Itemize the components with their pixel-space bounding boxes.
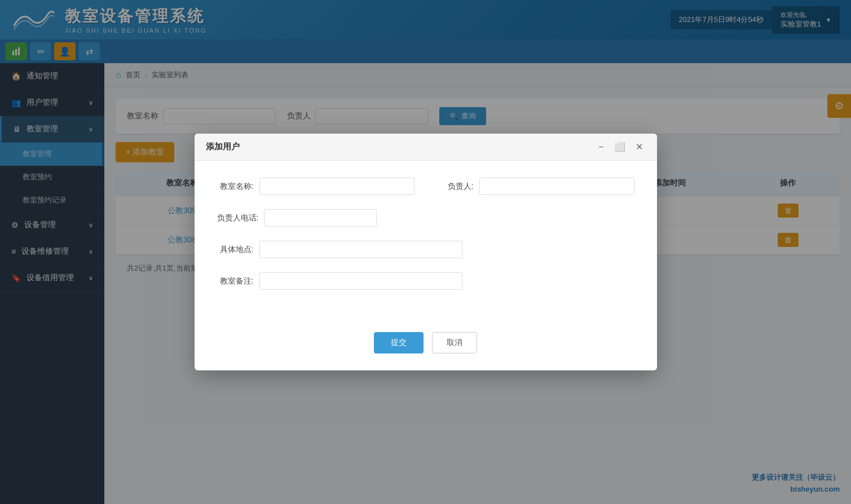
form-row-4: 教室备注: (217, 272, 634, 290)
modal-classroom-name-field: 教室名称: (217, 178, 415, 195)
modal-classroom-name-label: 教室名称: (217, 182, 254, 192)
modal-manager-field: 负责人: (437, 178, 634, 195)
modal-location-input[interactable] (259, 241, 462, 258)
modal-controls: − ⬜ ✕ (596, 140, 645, 153)
form-row-3: 具体地点: (217, 241, 634, 258)
minimize-button[interactable]: − (596, 141, 606, 153)
modal-header: 添加用户 − ⬜ ✕ (195, 134, 657, 161)
modal-classroom-name-input[interactable] (259, 178, 415, 195)
modal-body: 教室名称: 负责人: 负责人电话: 具体地点: 教室备注: (195, 161, 657, 321)
modal-notes-input[interactable] (259, 272, 462, 290)
modal-manager-input[interactable] (479, 178, 634, 195)
form-row-2: 负责人电话: (217, 209, 634, 227)
submit-button[interactable]: 提交 (374, 332, 424, 353)
modal-manager-phone-label: 负责人电话: (217, 213, 259, 223)
modal-title: 添加用户 (206, 142, 240, 152)
cancel-button[interactable]: 取消 (432, 332, 477, 353)
modal-manager-label: 负责人: (437, 182, 474, 192)
maximize-button[interactable]: ⬜ (611, 140, 628, 153)
modal-notes-label: 教室备注: (217, 276, 254, 286)
modal-manager-phone-input[interactable] (264, 209, 377, 227)
close-button[interactable]: ✕ (633, 140, 646, 153)
form-row-1: 教室名称: 负责人: (217, 178, 634, 195)
modal-overlay: 添加用户 − ⬜ ✕ 教室名称: 负责人: 负责人电话: (0, 0, 851, 504)
add-user-modal: 添加用户 − ⬜ ✕ 教室名称: 负责人: 负责人电话: (195, 134, 657, 370)
modal-footer: 提交 取消 (195, 321, 657, 370)
modal-location-label: 具体地点: (217, 245, 254, 255)
